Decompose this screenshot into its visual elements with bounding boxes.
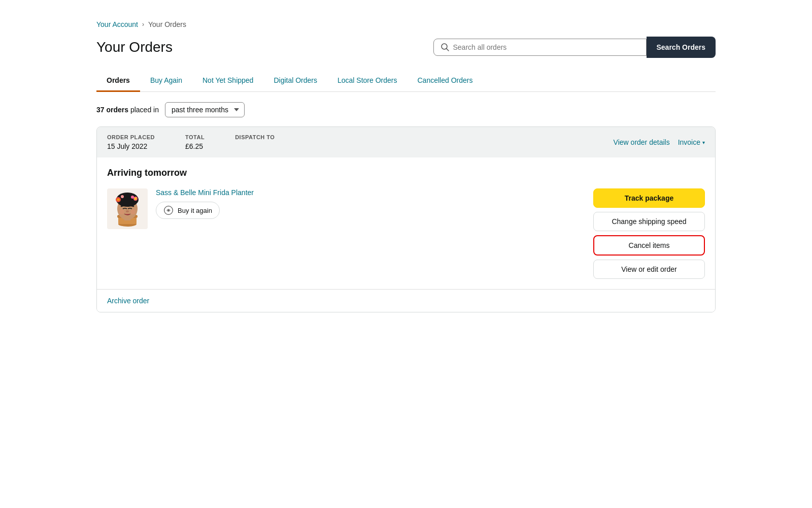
svg-point-13	[121, 195, 124, 198]
order-card: ORDER PLACED 15 July 2022 TOTAL £6.25 DI…	[96, 126, 716, 312]
order-body: Arriving tomorrow	[97, 157, 715, 289]
order-content: Sass & Belle Mini Frida Planter Buy it a…	[107, 188, 705, 279]
breadcrumb-parent-link[interactable]: Your Account	[96, 20, 138, 28]
search-input[interactable]	[453, 43, 639, 51]
order-dispatch-label: DISPATCH TO	[235, 134, 275, 140]
view-edit-order-button[interactable]: View or edit order	[593, 260, 705, 279]
breadcrumb: Your Account › Your Orders	[96, 20, 716, 28]
svg-line-1	[446, 49, 449, 51]
product-name-link[interactable]: Sass & Belle Mini Frida Planter	[156, 188, 254, 197]
order-total-group: TOTAL £6.25	[185, 134, 205, 150]
change-shipping-button[interactable]: Change shipping speed	[593, 212, 705, 231]
order-header-right: View order details Invoice ▾	[614, 138, 705, 146]
tab-not-yet-shipped[interactable]: Not Yet Shipped	[192, 70, 263, 92]
breadcrumb-separator: ›	[142, 21, 144, 28]
order-item-details: Sass & Belle Mini Frida Planter Buy it a…	[156, 188, 254, 219]
order-placed-label: ORDER PLACED	[107, 134, 155, 140]
order-placed-group: ORDER PLACED 15 July 2022	[107, 134, 155, 150]
invoice-label: Invoice	[678, 138, 700, 146]
order-footer: Archive order	[97, 289, 715, 312]
order-header: ORDER PLACED 15 July 2022 TOTAL £6.25 DI…	[97, 127, 715, 157]
svg-rect-7	[124, 216, 130, 220]
buy-again-icon	[163, 205, 174, 215]
order-placed-value: 15 July 2022	[107, 142, 155, 150]
track-package-button[interactable]: Track package	[593, 188, 705, 208]
tab-buy-again[interactable]: Buy Again	[140, 70, 192, 92]
order-count-text: 37 orders placed in	[96, 106, 159, 114]
tab-cancelled-orders[interactable]: Cancelled Orders	[408, 70, 483, 92]
time-filter-select[interactable]: past three months past six months 2022 2…	[165, 102, 245, 117]
buy-again-button[interactable]: Buy it again	[156, 202, 220, 219]
order-total-label: TOTAL	[185, 134, 205, 140]
search-icon	[441, 43, 449, 51]
page-title: Your Orders	[96, 39, 173, 55]
order-total-value: £6.25	[185, 142, 205, 150]
svg-point-10	[117, 199, 120, 201]
page-header: Your Orders Search Orders	[96, 37, 716, 58]
orders-tabs: Orders Buy Again Not Yet Shipped Digital…	[96, 70, 716, 92]
breadcrumb-current: Your Orders	[148, 20, 186, 28]
search-input-wrapper	[433, 39, 647, 56]
tab-digital-orders[interactable]: Digital Orders	[263, 70, 327, 92]
archive-order-link[interactable]: Archive order	[107, 297, 149, 305]
invoice-dropdown[interactable]: Invoice ▾	[678, 138, 705, 146]
view-order-details-link[interactable]: View order details	[614, 138, 670, 146]
cancel-items-button[interactable]: Cancel items	[593, 235, 705, 256]
svg-point-16	[119, 209, 124, 214]
order-header-left: ORDER PLACED 15 July 2022 TOTAL £6.25 DI…	[107, 134, 275, 150]
order-item-area: Sass & Belle Mini Frida Planter Buy it a…	[107, 188, 254, 229]
order-count-row: 37 orders placed in past three months pa…	[96, 102, 716, 117]
invoice-chevron-icon: ▾	[702, 140, 705, 145]
svg-point-17	[130, 209, 136, 214]
order-actions: Track package Change shipping speed Canc…	[593, 188, 705, 279]
order-dispatch-group: DISPATCH TO	[235, 134, 275, 150]
tab-local-store-orders[interactable]: Local Store Orders	[327, 70, 408, 92]
order-count-number: 37 orders	[96, 106, 128, 114]
buy-again-label: Buy it again	[178, 207, 212, 214]
svg-point-12	[134, 198, 137, 200]
svg-point-14	[131, 196, 134, 199]
product-image-svg	[107, 188, 148, 229]
order-status: Arriving tomorrow	[107, 168, 705, 178]
tab-orders[interactable]: Orders	[96, 70, 140, 92]
svg-point-15	[126, 210, 129, 212]
svg-point-19	[167, 209, 169, 211]
product-image	[107, 188, 148, 229]
search-area: Search Orders	[433, 37, 716, 58]
search-orders-button[interactable]: Search Orders	[647, 37, 716, 58]
